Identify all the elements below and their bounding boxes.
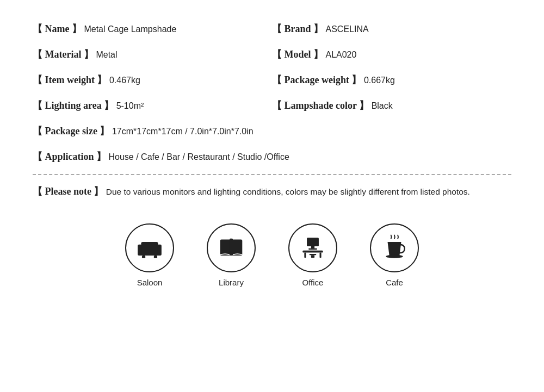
spec-lighting-area: 【 Lighting area 】 5-10m² bbox=[33, 93, 272, 119]
saloon-icon bbox=[136, 234, 163, 262]
spec-model: 【 Model 】 ALA020 bbox=[272, 42, 511, 67]
svg-rect-12 bbox=[302, 250, 323, 252]
spec-package-size: 【 Package size 】 17cm*17cm*17cm / 7.0in*… bbox=[33, 119, 511, 144]
library-icon bbox=[218, 234, 245, 262]
model-label: 【 Model 】 bbox=[272, 49, 323, 60]
svg-rect-14 bbox=[320, 252, 322, 257]
icon-item-cafe: Cafe bbox=[370, 223, 419, 287]
icon-item-library: Library bbox=[207, 223, 256, 287]
spec-item-weight: 【 Item weight 】 0.467kg bbox=[33, 67, 272, 93]
lampshade-color-value: Black bbox=[372, 101, 393, 110]
svg-rect-13 bbox=[304, 252, 306, 257]
brand-value: ASCELINA bbox=[325, 24, 368, 34]
library-icon-circle bbox=[207, 223, 256, 272]
package-size-value: 17cm*17cm*17cm / 7.0in*7.0in*7.0in bbox=[112, 127, 254, 136]
svg-point-17 bbox=[386, 254, 403, 258]
name-label: 【 Name 】 bbox=[33, 23, 82, 34]
svg-rect-11 bbox=[308, 248, 317, 250]
spec-brand: 【 Brand 】 ASCELINA bbox=[272, 16, 511, 42]
lighting-area-value: 5-10m² bbox=[116, 101, 144, 110]
svg-rect-4 bbox=[142, 256, 145, 258]
svg-rect-3 bbox=[141, 242, 158, 248]
saloon-label: Saloon bbox=[137, 278, 163, 287]
material-label: 【 Material 】 bbox=[33, 49, 94, 60]
svg-rect-16 bbox=[311, 255, 314, 258]
brand-label: 【 Brand 】 bbox=[272, 23, 323, 34]
spec-package-weight: 【 Package weight 】 0.667kg bbox=[272, 67, 511, 93]
spec-please-note: 【 Please note 】 Due to various monitors … bbox=[33, 182, 511, 208]
spec-application: 【 Application 】 House / Cafe / Bar / Res… bbox=[33, 144, 511, 170]
package-weight-value: 0.667kg bbox=[364, 76, 395, 85]
office-label: Office bbox=[302, 278, 324, 287]
svg-rect-6 bbox=[220, 239, 231, 256]
office-icon bbox=[299, 234, 326, 262]
icon-item-saloon: Saloon bbox=[125, 223, 174, 287]
application-label: 【 Application 】 bbox=[33, 151, 106, 162]
svg-rect-5 bbox=[154, 256, 157, 258]
cafe-icon bbox=[381, 234, 408, 262]
lampshade-color-label: 【 Lampshade color 】 bbox=[272, 100, 369, 111]
svg-rect-7 bbox=[232, 239, 243, 256]
icon-item-office: Office bbox=[288, 223, 337, 287]
svg-rect-8 bbox=[230, 239, 233, 256]
divider bbox=[33, 174, 511, 175]
spec-material: 【 Material 】 Metal bbox=[33, 42, 272, 67]
cafe-label: Cafe bbox=[386, 278, 403, 287]
please-note-label: 【 Please note 】 bbox=[33, 186, 103, 197]
application-value: House / Cafe / Bar / Restaurant / Studio… bbox=[108, 152, 289, 161]
model-value: ALA020 bbox=[325, 50, 356, 59]
item-weight-value: 0.467kg bbox=[109, 76, 140, 85]
icons-row: Saloon Library bbox=[33, 223, 511, 293]
svg-rect-15 bbox=[310, 254, 317, 255]
package-weight-label: 【 Package weight 】 bbox=[272, 74, 361, 85]
library-label: Library bbox=[219, 278, 244, 287]
spec-lampshade-color: 【 Lampshade color 】 Black bbox=[272, 93, 511, 119]
material-value: Metal bbox=[96, 50, 117, 59]
cafe-icon-circle bbox=[370, 223, 419, 272]
svg-rect-10 bbox=[311, 246, 314, 248]
svg-rect-9 bbox=[307, 238, 319, 246]
package-size-label: 【 Package size 】 bbox=[33, 126, 109, 136]
item-weight-label: 【 Item weight 】 bbox=[33, 74, 107, 85]
saloon-icon-circle bbox=[125, 223, 174, 272]
spec-name: 【 Name 】 Metal Cage Lampshade bbox=[33, 16, 272, 42]
lighting-area-label: 【 Lighting area 】 bbox=[33, 100, 114, 111]
name-value: Metal Cage Lampshade bbox=[84, 24, 176, 34]
office-icon-circle bbox=[288, 223, 337, 272]
please-note-value: Due to various monitors and lighting con… bbox=[106, 187, 470, 196]
